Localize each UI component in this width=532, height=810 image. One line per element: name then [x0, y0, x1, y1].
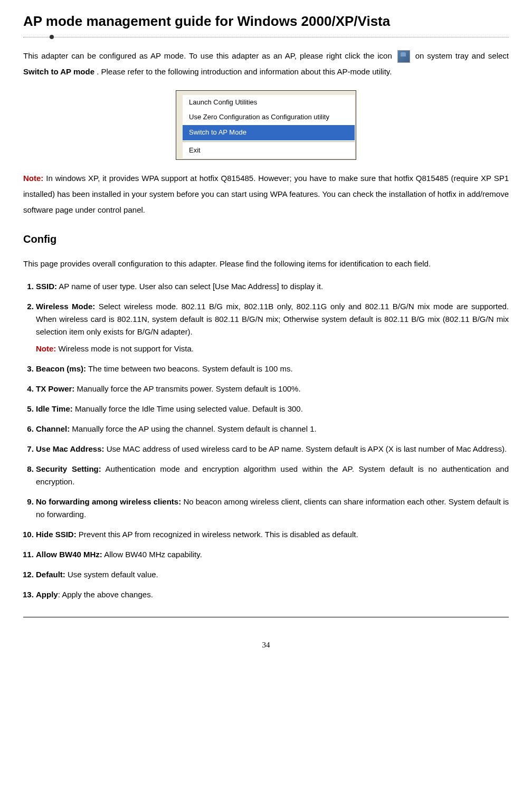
config-item-label: TX Power: — [36, 384, 74, 393]
page-title: AP mode management guide for Windows 200… — [23, 11, 509, 33]
config-heading: Config — [23, 231, 509, 247]
config-item-label: Wireless Mode: — [36, 302, 95, 311]
context-menu-screenshot: Launch Config Utilities Use Zero Configu… — [176, 90, 356, 160]
menu-item-switch-ap: Switch to AP Mode — [183, 125, 355, 140]
config-item-txpower: TX Power: Manually force the AP transmit… — [36, 383, 509, 395]
footer-line — [23, 617, 509, 617]
config-item-text: : Apply the above changes. — [58, 590, 153, 599]
systray-icon — [397, 50, 410, 63]
config-item-label: Beacon (ms): — [36, 364, 86, 373]
note-text: In windows XP, it provides WPA support a… — [23, 174, 509, 214]
config-item-label: Security Setting: — [36, 464, 101, 473]
config-item-text: Manually force the AP transmits power. S… — [74, 384, 300, 393]
config-item-text: The time between two beacons. System def… — [86, 364, 293, 373]
config-item-beacon: Beacon (ms): The time between two beacon… — [36, 363, 509, 375]
config-item-noforwarding: No forwarding among wireless clients: No… — [36, 495, 509, 521]
config-item-apply: Apply: Apply the above changes. — [36, 588, 509, 601]
config-item-text: Select wireless mode. 802.11 B/G mix, 80… — [36, 302, 509, 336]
config-item-text: Allow BW40 MHz capability. — [102, 550, 202, 559]
intro-text-3: . Please refer to the following introduc… — [97, 67, 392, 76]
note-paragraph: Note: In windows XP, it provides WPA sup… — [23, 170, 509, 218]
page-number: 34 — [23, 639, 509, 651]
config-item-macaddress: Use Mac Address: Use MAC address of used… — [36, 443, 509, 455]
config-item-note-label: Note: — [36, 344, 56, 353]
config-item-label: Apply — [36, 590, 58, 599]
config-item-ssid: SSID: AP name of user type. User also ca… — [36, 280, 509, 293]
config-item-security: Security Setting: Authentication mode an… — [36, 463, 509, 488]
config-item-text: Authentication mode and encryption algor… — [36, 464, 509, 486]
intro-text-2: on system tray and select — [415, 51, 509, 60]
config-item-text: Prevent this AP from recognized in wirel… — [77, 530, 358, 539]
config-item-text: AP name of user type. User also can sele… — [57, 282, 323, 291]
config-item-note-text: Wireless mode is not support for Vista. — [56, 344, 194, 353]
config-item-text: Use MAC address of used wireless card to… — [104, 444, 507, 453]
note-label: Note: — [23, 174, 43, 183]
config-item-wireless-mode: Wireless Mode: Select wireless mode. 802… — [36, 300, 509, 355]
config-item-label: Use Mac Address: — [36, 444, 104, 453]
config-item-default: Default: Use system default value. — [36, 568, 509, 581]
menu-item-exit: Exit — [183, 143, 355, 158]
title-underline — [23, 37, 509, 37]
intro-paragraph: This adapter can be configured as AP mod… — [23, 48, 509, 80]
config-item-label: Default: — [36, 570, 65, 579]
config-item-hidessid: Hide SSID: Prevent this AP from recogniz… — [36, 528, 509, 541]
config-item-text: Use system default value. — [65, 570, 158, 579]
config-item-channel: Channel: Manually force the AP using the… — [36, 423, 509, 435]
config-item-bw40: Allow BW40 MHz: Allow BW40 MHz capabilit… — [36, 548, 509, 561]
config-item-label: Channel: — [36, 424, 70, 433]
config-item-label: Hide SSID: — [36, 530, 77, 539]
config-item-text: Manually force the Idle Time using selec… — [73, 404, 303, 413]
menu-item-launch: Launch Config Utilities — [183, 95, 355, 110]
config-item-label: No forwarding among wireless clients: — [36, 497, 181, 506]
intro-text-1: This adapter can be configured as AP mod… — [23, 51, 395, 60]
config-item-label: Allow BW40 MHz: — [36, 550, 102, 559]
config-item-label: SSID: — [36, 282, 57, 291]
config-description: This page provides overall configuration… — [23, 256, 509, 272]
intro-bold: Switch to AP mode — [23, 67, 94, 76]
config-item-text: Manually force the AP using the channel.… — [70, 424, 317, 433]
menu-separator — [183, 141, 355, 142]
config-item-idletime: Idle Time: Manually force the Idle Time … — [36, 403, 509, 415]
menu-item-zeroconfig: Use Zero Configuration as Configuration … — [183, 110, 355, 125]
config-list: SSID: AP name of user type. User also ca… — [23, 280, 509, 601]
config-item-label: Idle Time: — [36, 404, 73, 413]
